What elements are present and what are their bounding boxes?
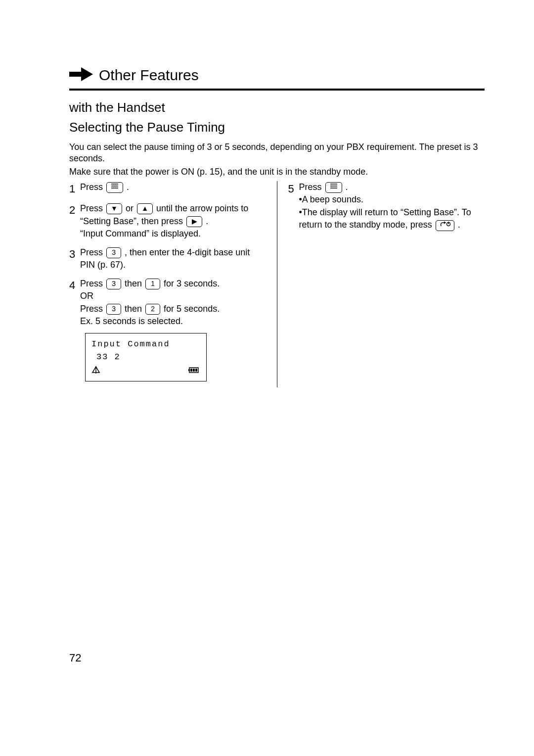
number-3-key-icon: 3 [106,279,121,289]
text: •The display will return to “ [299,207,403,217]
right-column: 5 Press . •A beep sounds. •The display w… [277,181,485,387]
number-3-key-icon: 3 [106,247,121,258]
down-arrow-key-icon: ▼ [106,203,122,214]
svg-rect-9 [190,369,192,372]
text: Press [299,182,322,192]
text: Press [80,304,103,314]
text: then [125,279,144,288]
page-subtitle: with the Handset Selecting the Pause Tim… [69,97,485,138]
subtitle-line-1: with the Handset [69,100,165,115]
text: . [127,182,129,192]
step-number: 3 [69,246,80,272]
svg-rect-11 [195,369,197,372]
text-or: OR [80,291,93,301]
menu-key-icon [325,182,342,193]
svg-marker-1 [81,67,93,81]
text: , then enter the 4-digit base unit PIN (… [80,247,250,270]
lcd-line-1: Input Command [91,338,200,350]
step-3: 3 Press 3 , then enter the 4-digit base … [69,246,266,272]
step-5: 5 Press . •A beep sounds. •The display w… [288,181,485,232]
step-number: 1 [69,181,80,196]
page-number: 72 [69,652,81,664]
number-2-key-icon: 2 [145,304,160,315]
step-2: 2 Press ▼ or ▲ until the arrow points to… [69,202,266,240]
text: Ex. 5 seconds is selected. [80,316,183,326]
subtitle-line-2: Selecting the Pause Timing [69,120,225,135]
arrow-right-icon [69,67,93,84]
text: or [126,203,136,213]
lcd-display: Input Command 33 2 [85,333,207,381]
step-number: 2 [69,202,80,240]
number-1-key-icon: 1 [145,279,160,289]
text: for 5 seconds. [164,304,220,314]
text: Setting Base [83,216,134,226]
left-column: 1 Press . 2 Press ▼ or ▲ until the arrow… [69,181,277,387]
text: . [458,220,460,230]
divider [69,89,485,91]
text: . [206,216,208,226]
text: Press [80,182,103,192]
off-key-icon [436,220,454,231]
text: for 3 seconds. [164,279,220,288]
menu-key-icon [106,182,123,193]
text: Press [80,279,103,288]
right-arrow-key-icon: ▶ [186,216,202,227]
lcd-line-2: 33 2 [96,351,200,363]
section-header: Other Features [69,67,485,84]
up-arrow-key-icon: ▲ [137,203,153,214]
text: Press [80,247,103,257]
text: Press [80,203,103,213]
text: Setting Base [403,207,454,217]
number-3-key-icon: 3 [106,304,121,315]
svg-rect-10 [193,369,195,372]
step-4: 4 Press 3 then 1 for 3 seconds. OR Press… [69,278,266,381]
text: ”, then press [134,216,185,226]
svg-rect-8 [188,369,190,371]
intro-paragraph-2: Make sure that the power is ON (p. 15), … [69,166,485,178]
text: then [125,304,144,314]
step-number: 4 [69,278,80,381]
battery-icon [188,365,200,378]
text: . [346,182,348,192]
signal-icon [91,365,100,378]
step-number: 5 [288,181,299,232]
intro-paragraph-1: You can select the pause timing of 3 or … [69,142,485,165]
section-title: Other Features [99,67,199,84]
text: “Input Command” is displayed. [80,229,201,238]
text: •A beep sounds. [299,194,363,204]
svg-rect-0 [69,72,81,77]
step-1: 1 Press . [69,181,266,196]
